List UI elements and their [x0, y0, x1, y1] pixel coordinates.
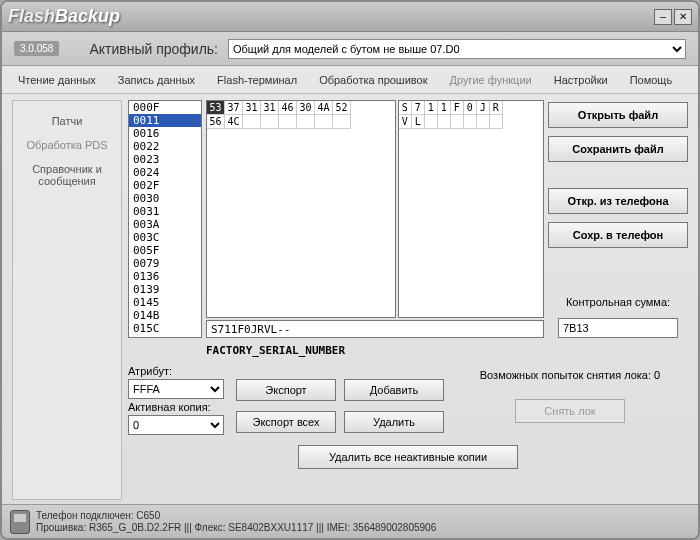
ascii-cell[interactable]: 1 — [425, 101, 438, 115]
ascii-cell[interactable]: J — [477, 101, 490, 115]
open-phone-button[interactable]: Откр. из телефона — [548, 188, 688, 214]
controls-row: Атрибут: FFFA Активная копия: 0 Экспорт … — [128, 363, 688, 435]
hex-cell[interactable]: 52 — [333, 101, 351, 115]
ascii-cell[interactable]: F — [451, 101, 464, 115]
close-button[interactable]: ✕ — [674, 9, 692, 25]
profile-label: Активный профиль: — [89, 41, 218, 57]
ascii-cell[interactable] — [490, 115, 503, 129]
list-item[interactable]: 0024 — [129, 166, 201, 179]
add-button[interactable]: Добавить — [344, 379, 444, 401]
list-item[interactable]: 014B — [129, 309, 201, 322]
sidebar-pds[interactable]: Обработка PDS — [17, 133, 117, 157]
list-item[interactable]: 015C — [129, 322, 201, 335]
ascii-cell[interactable]: L — [412, 115, 425, 129]
hex-pane: 5337313146304A52564C S711F0JRVL — [206, 100, 544, 338]
ascii-cell[interactable]: V — [399, 115, 412, 129]
ascii-cell[interactable]: 1 — [438, 101, 451, 115]
profile-select[interactable]: Общий для моделей с бутом не выше 07.D0 — [228, 39, 686, 59]
ascii-cell[interactable] — [438, 115, 451, 129]
delete-inactive-button[interactable]: Удалить все неактивные копии — [298, 445, 518, 469]
title-backup: Backup — [55, 6, 120, 26]
ascii-cell[interactable] — [425, 115, 438, 129]
center-panel: 000F00110016002200230024002F00300031003A… — [128, 100, 688, 500]
right-column: Открыть файл Сохранить файл Откр. из тел… — [548, 100, 688, 338]
hex-cell[interactable] — [315, 115, 333, 129]
list-item[interactable]: 0139 — [129, 283, 201, 296]
status-line1: Телефон подключен: C650 — [36, 510, 436, 522]
list-item[interactable]: 003C — [129, 231, 201, 244]
hex-grid[interactable]: 5337313146304A52564C — [206, 100, 396, 318]
delete-button[interactable]: Удалить — [344, 411, 444, 433]
spacer — [548, 256, 688, 288]
version-badge: 3.0.058 — [14, 41, 59, 56]
hex-cell[interactable] — [333, 115, 351, 129]
titlebar: FlashBackup – ✕ — [2, 2, 698, 32]
title-flash: Flash — [8, 6, 55, 26]
unlock-button[interactable]: Снять лок — [515, 399, 625, 423]
attr-select[interactable]: FFFA — [128, 379, 224, 399]
list-item[interactable]: 0031 — [129, 205, 201, 218]
hex-cell[interactable]: 30 — [297, 101, 315, 115]
hex-cell[interactable]: 46 — [279, 101, 297, 115]
app-window: FlashBackup – ✕ 3.0.058 Активный профиль… — [0, 0, 700, 540]
hex-cell[interactable]: 53 — [207, 101, 225, 115]
sidebar-reference[interactable]: Справочник и сообщения — [17, 157, 117, 193]
list-item[interactable]: 005F — [129, 244, 201, 257]
export-all-button[interactable]: Экспорт всех — [236, 411, 336, 433]
save-phone-button[interactable]: Сохр. в телефон — [548, 222, 688, 248]
tab-firmware[interactable]: Обработка прошивок — [311, 70, 435, 90]
list-item[interactable]: 003A — [129, 218, 201, 231]
ascii-grid[interactable]: S711F0JRVL — [398, 100, 544, 318]
ascii-cell[interactable] — [477, 115, 490, 129]
list-item[interactable]: 0145 — [129, 296, 201, 309]
list-item[interactable]: 0079 — [129, 257, 201, 270]
list-item[interactable]: 0011 — [129, 114, 201, 127]
open-file-button[interactable]: Открыть файл — [548, 102, 688, 128]
list-item[interactable]: 002F — [129, 179, 201, 192]
ascii-cell[interactable] — [464, 115, 477, 129]
hex-cell[interactable]: 4A — [315, 101, 333, 115]
hex-inline-input[interactable] — [206, 320, 544, 338]
tab-settings[interactable]: Настройки — [546, 70, 616, 90]
list-item[interactable]: 0016 — [129, 127, 201, 140]
minimize-button[interactable]: – — [654, 9, 672, 25]
top-row: 000F00110016002200230024002F00300031003A… — [128, 100, 688, 338]
hex-cell[interactable]: 37 — [225, 101, 243, 115]
ascii-cell[interactable]: 0 — [464, 101, 477, 115]
record-listbox[interactable]: 000F00110016002200230024002F00300031003A… — [128, 100, 202, 338]
hex-cell[interactable] — [279, 115, 297, 129]
tab-read[interactable]: Чтение данных — [10, 70, 104, 90]
tab-help[interactable]: Помощь — [622, 70, 681, 90]
tab-write[interactable]: Запись данных — [110, 70, 203, 90]
export-button[interactable]: Экспорт — [236, 379, 336, 401]
ascii-cell[interactable] — [451, 115, 464, 129]
hex-cell[interactable]: 56 — [207, 115, 225, 129]
factory-serial-label: FACTORY_SERIAL_NUMBER — [128, 342, 688, 359]
sidebar-patches[interactable]: Патчи — [17, 109, 117, 133]
hex-cell[interactable]: 4C — [225, 115, 243, 129]
list-item[interactable]: 000F — [129, 101, 201, 114]
ctrl-left: Атрибут: FFFA Активная копия: 0 — [128, 363, 228, 435]
lock-attempts-text: Возможных попыток снятия лока: 0 — [452, 369, 688, 381]
ascii-cell[interactable]: R — [490, 101, 503, 115]
hex-cell[interactable] — [243, 115, 261, 129]
ascii-cell[interactable]: 7 — [412, 101, 425, 115]
spacer — [548, 170, 688, 180]
hex-cell[interactable]: 31 — [243, 101, 261, 115]
list-item[interactable]: 015D — [129, 335, 201, 338]
tab-terminal[interactable]: Flash-терминал — [209, 70, 305, 90]
copy-select[interactable]: 0 — [128, 415, 224, 435]
status-line2: Прошивка: R365_G_0B.D2.2FR ||| Флекс: SE… — [36, 522, 436, 534]
list-item[interactable]: 0022 — [129, 140, 201, 153]
list-item[interactable]: 0023 — [129, 153, 201, 166]
list-item[interactable]: 0136 — [129, 270, 201, 283]
phone-icon — [10, 510, 30, 534]
ascii-cell[interactable]: S — [399, 101, 412, 115]
save-file-button[interactable]: Сохранить файл — [548, 136, 688, 162]
hex-cell[interactable] — [297, 115, 315, 129]
tab-other[interactable]: Другие функции — [442, 70, 540, 90]
hex-cell[interactable]: 31 — [261, 101, 279, 115]
list-item[interactable]: 0030 — [129, 192, 201, 205]
hex-cell[interactable] — [261, 115, 279, 129]
checksum-value[interactable] — [558, 318, 678, 338]
